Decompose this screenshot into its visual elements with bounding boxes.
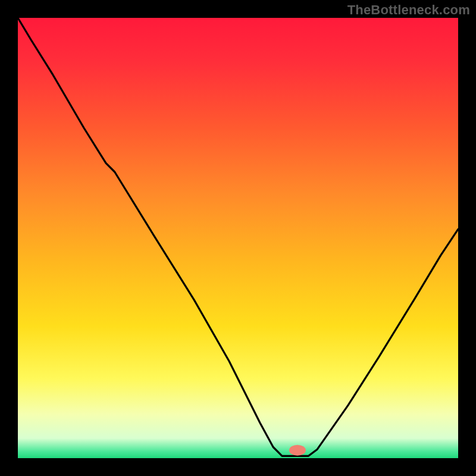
config-marker bbox=[289, 445, 306, 456]
bottleneck-chart bbox=[0, 0, 476, 476]
plot-background bbox=[18, 18, 458, 458]
chart-frame: { "watermark": "TheBottleneck.com", "plo… bbox=[0, 0, 476, 476]
watermark-text: TheBottleneck.com bbox=[347, 2, 470, 18]
